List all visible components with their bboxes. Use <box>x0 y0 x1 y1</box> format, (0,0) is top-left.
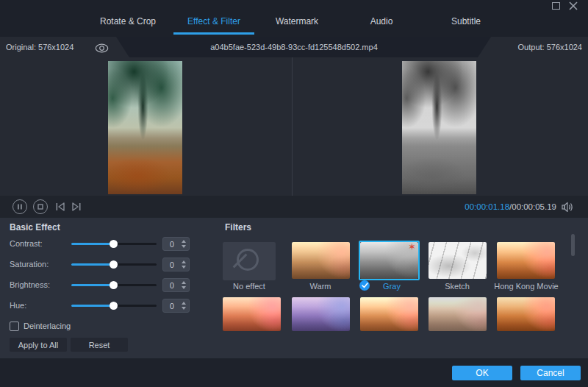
time-display: 00:00:01.18/00:00:05.19 <box>465 202 556 211</box>
cancel-button[interactable]: Cancel <box>520 366 581 380</box>
pause-icon <box>17 204 23 210</box>
contrast-slider-fill <box>71 243 114 245</box>
filter-tile-sketch[interactable] <box>429 242 487 279</box>
saturation-row: Saturation: 0 <box>0 258 206 271</box>
star-icon: ✶ <box>408 242 416 252</box>
preview-divider <box>292 57 293 196</box>
tab-rotate-crop[interactable]: Rotate & Crop <box>100 16 156 26</box>
spinner-down-icon[interactable] <box>182 307 186 310</box>
output-video-preview <box>402 61 476 194</box>
filter-tile-row2-1[interactable] <box>223 297 281 331</box>
contrast-slider-thumb[interactable] <box>110 240 118 248</box>
filter-tile-row2-5[interactable] <box>497 297 555 331</box>
contrast-label: Contrast: <box>10 239 43 248</box>
ok-button[interactable]: OK <box>452 366 512 380</box>
spinner-down-icon[interactable] <box>182 286 186 289</box>
spinner-down-icon[interactable] <box>182 266 186 269</box>
tab-watermark[interactable]: Watermark <box>276 16 318 26</box>
filter-label-warm: Warm <box>310 282 331 291</box>
reset-button[interactable]: Reset <box>71 338 128 352</box>
filters-scrollbar[interactable] <box>571 234 575 256</box>
deinterlacing-checkbox[interactable] <box>10 322 19 331</box>
spinner-up-icon[interactable] <box>182 281 186 284</box>
video-filename: a04b5fae-523d-49b8-93cc-fd125548d502.mp4 <box>0 37 588 57</box>
active-tab-underline <box>173 32 254 35</box>
hue-slider[interactable] <box>71 305 157 307</box>
tab-effect-filter[interactable]: Effect & Filter <box>187 16 240 26</box>
stop-button[interactable] <box>33 199 48 214</box>
contrast-slider[interactable] <box>71 243 157 245</box>
stop-icon <box>37 204 43 210</box>
maximize-button[interactable] <box>552 2 560 10</box>
tab-audio[interactable]: Audio <box>370 16 393 26</box>
prev-frame-button[interactable] <box>55 202 65 215</box>
spinner-up-icon[interactable] <box>182 240 186 243</box>
filter-label-no-effect: No effect <box>233 282 265 291</box>
volume-icon <box>562 202 574 213</box>
next-frame-button[interactable] <box>71 202 82 215</box>
footer-bar: OK Cancel <box>0 358 588 387</box>
original-video-preview <box>108 61 182 194</box>
brightness-row: Brightness: 0 <box>0 278 206 292</box>
filter-label-gray: Gray <box>383 282 401 291</box>
brightness-slider-fill <box>71 284 114 286</box>
saturation-slider[interactable] <box>71 263 157 266</box>
filter-tile-hong-kong-movie[interactable] <box>497 242 555 279</box>
filter-tile-row2-2[interactable] <box>292 297 350 331</box>
apply-to-all-button[interactable]: Apply to All <box>10 338 67 352</box>
filter-tile-no-effect[interactable] <box>223 242 276 280</box>
filter-label-hong-kong-movie: Hong Kong Movie <box>494 282 558 291</box>
saturation-label: Saturation: <box>10 260 49 269</box>
hue-slider-fill <box>71 305 114 307</box>
filter-tile-row2-3[interactable] <box>360 297 418 331</box>
close-button[interactable] <box>568 1 578 14</box>
brightness-label: Brightness: <box>10 280 50 289</box>
contrast-value: 0 <box>170 240 174 249</box>
basic-effect-title: Basic Effect <box>10 222 60 232</box>
spinner-down-icon[interactable] <box>182 245 186 248</box>
spinner-up-icon[interactable] <box>182 302 186 305</box>
saturation-spinner[interactable]: 0 <box>162 258 190 271</box>
time-total: /00:00:05.19 <box>509 202 556 211</box>
deinterlacing-label: Deinterlacing <box>24 322 71 330</box>
saturation-value: 0 <box>170 260 174 269</box>
maximize-icon <box>552 2 560 10</box>
hue-slider-thumb[interactable] <box>110 302 118 310</box>
hue-label: Hue: <box>10 301 26 310</box>
hue-spinner[interactable]: 0 <box>162 299 190 313</box>
brightness-slider-thumb[interactable] <box>110 281 118 289</box>
contrast-spinner[interactable]: 0 <box>162 237 190 251</box>
prev-frame-icon <box>55 202 65 212</box>
selected-check-icon <box>359 280 370 291</box>
pause-button[interactable] <box>12 199 27 214</box>
saturation-slider-fill <box>71 263 114 266</box>
hue-row: Hue: 0 <box>0 299 206 313</box>
tab-subtitle[interactable]: Subtitle <box>451 16 481 26</box>
preview-region: Original: 576x1024 a04b5fae-523d-49b8-93… <box>0 37 588 196</box>
time-current: 00:00:01.18 <box>465 202 509 211</box>
filters-title: Filters <box>225 222 251 232</box>
next-frame-icon <box>71 202 82 212</box>
contrast-row: Contrast: 0 <box>0 237 206 251</box>
volume-button[interactable] <box>562 202 574 216</box>
filter-tile-row2-4[interactable] <box>429 297 487 331</box>
close-icon <box>568 1 578 11</box>
filter-tile-gray-selected[interactable]: ✶ <box>359 241 420 280</box>
hue-value: 0 <box>170 302 174 310</box>
player-bar: 00:00:01.18/00:00:05.19 <box>0 196 588 218</box>
saturation-slider-thumb[interactable] <box>110 260 118 269</box>
filter-label-sketch: Sketch <box>445 282 470 291</box>
output-resolution-label: Output: 576x1024 <box>518 37 582 57</box>
filter-tile-warm[interactable] <box>292 242 350 279</box>
effects-panel: Basic Effect Contrast: 0 Saturation: 0 B… <box>0 218 588 358</box>
brightness-value: 0 <box>170 281 174 290</box>
spinner-up-icon[interactable] <box>182 260 186 263</box>
brightness-slider[interactable] <box>71 284 157 286</box>
brightness-spinner[interactable]: 0 <box>162 278 190 292</box>
